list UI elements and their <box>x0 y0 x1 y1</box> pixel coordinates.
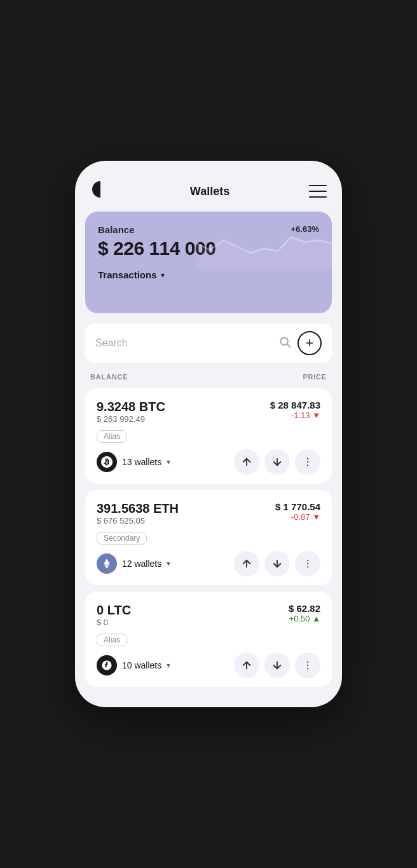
svg-point-15 <box>307 665 308 666</box>
btc-change: -1.13 ▼ <box>270 410 320 420</box>
svg-line-1 <box>287 344 291 347</box>
header: Wallets <box>75 176 342 212</box>
balance-col-header: BALANCE <box>90 373 128 381</box>
svg-point-6 <box>307 465 308 466</box>
btc-price: $ 28 847.83 <box>270 400 320 410</box>
balance-card: Balance +6.63% $ 226 114 000 Transaction… <box>85 212 332 313</box>
ltc-receive-button[interactable] <box>264 653 290 678</box>
btc-coin-info[interactable]: 13 wallets ▾ <box>97 452 170 472</box>
ltc-coin-info[interactable]: 10 wallets ▾ <box>97 655 170 675</box>
btc-wallets-count: 13 wallets <box>122 457 161 467</box>
search-icon <box>278 336 291 351</box>
eth-more-button[interactable] <box>295 551 320 576</box>
btc-wallets-chevron: ▾ <box>167 458 170 466</box>
ltc-alias-badge: Alias <box>97 634 127 646</box>
balance-label: Balance <box>98 224 135 235</box>
ltc-price: $ 62.82 <box>289 603 320 614</box>
svg-point-11 <box>307 566 308 567</box>
eth-logo <box>97 553 117 574</box>
column-headers: BALANCE PRICE <box>75 368 342 386</box>
transactions-row[interactable]: Transactions ▾ <box>98 269 319 280</box>
eth-action-buttons <box>234 551 320 576</box>
crypto-list: 9.3248 BTC $ 263 992.49 $ 28 847.83 -1.1… <box>75 388 342 687</box>
svg-point-9 <box>307 560 308 561</box>
eth-amount: 391.5638 ETH <box>97 501 179 516</box>
eth-alias-badge: Secondary <box>97 532 147 545</box>
svg-point-5 <box>307 461 308 463</box>
eth-usd-value: $ 676 525.05 <box>97 516 179 526</box>
eth-wallets-chevron: ▾ <box>167 559 170 568</box>
transactions-label: Transactions <box>98 269 157 280</box>
search-bar: Search + <box>85 323 332 363</box>
svg-point-10 <box>307 563 308 564</box>
btc-logo <box>97 452 117 472</box>
eth-change: -0.87 ▼ <box>275 512 320 522</box>
add-wallet-button[interactable]: + <box>297 331 322 355</box>
transactions-chevron: ▾ <box>161 271 165 280</box>
ltc-change: +0.50 ▲ <box>289 614 320 623</box>
search-section: Search + <box>75 323 342 363</box>
svg-point-14 <box>307 661 308 663</box>
search-placeholder[interactable]: Search <box>95 337 128 349</box>
ltc-logo <box>97 655 117 675</box>
btc-more-button[interactable] <box>295 449 320 475</box>
phone-frame: Wallets Balance +6.63% $ 226 114 000 Tra… <box>75 161 342 707</box>
btc-usd-value: $ 263 992.49 <box>97 414 165 424</box>
logo-icon <box>90 181 111 201</box>
ltc-send-button[interactable] <box>234 653 259 678</box>
svg-point-16 <box>307 668 308 669</box>
eth-price: $ 1 770.54 <box>275 501 320 512</box>
crypto-card-eth: 391.5638 ETH $ 676 525.05 $ 1 770.54 -0.… <box>85 490 332 585</box>
ltc-amount: 0 LTC <box>97 603 131 618</box>
eth-coin-info[interactable]: 12 wallets ▾ <box>97 553 170 574</box>
svg-point-4 <box>307 458 308 459</box>
price-col-header: PRICE <box>303 373 327 381</box>
btc-receive-button[interactable] <box>264 449 290 475</box>
btc-alias-badge: Alias <box>97 430 127 443</box>
ltc-usd-value: $ 0 <box>97 618 131 627</box>
ltc-action-buttons <box>234 653 320 678</box>
crypto-card-ltc: 0 LTC $ 0 $ 62.82 +0.50 ▲ Alias <box>85 592 332 687</box>
menu-icon[interactable] <box>309 185 327 198</box>
page-title: Wallets <box>190 185 229 198</box>
eth-send-button[interactable] <box>234 551 259 576</box>
balance-chart <box>196 218 332 269</box>
btc-amount: 9.3248 BTC <box>97 400 165 414</box>
ltc-wallets-chevron: ▾ <box>167 661 170 670</box>
ltc-wallets-count: 10 wallets <box>122 660 161 670</box>
btc-send-button[interactable] <box>234 449 259 475</box>
crypto-card-btc: 9.3248 BTC $ 263 992.49 $ 28 847.83 -1.1… <box>85 388 332 484</box>
eth-receive-button[interactable] <box>264 551 290 576</box>
btc-action-buttons <box>234 449 320 475</box>
ltc-more-button[interactable] <box>295 653 320 678</box>
eth-wallets-count: 12 wallets <box>122 559 161 569</box>
